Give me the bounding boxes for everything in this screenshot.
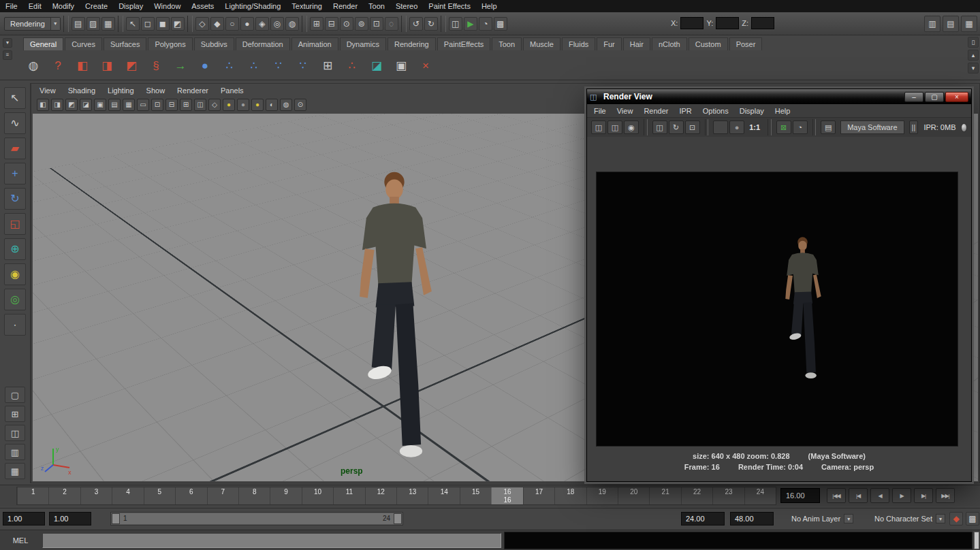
menu-item[interactable]: Texturing [286, 0, 328, 12]
command-input[interactable] [42, 533, 501, 548]
minimize-button[interactable]: – [904, 92, 923, 102]
shelf-tab[interactable]: Surfaces [104, 37, 146, 50]
shaded-mode-icon[interactable]: ● [223, 99, 235, 111]
four-pane-layout-icon[interactable]: ⊞ [5, 406, 25, 422]
field-chart-icon[interactable]: ⊞ [180, 99, 192, 111]
select-by-dynamics-icon[interactable]: ◎ [270, 17, 284, 31]
timeline-frame[interactable]: 4 [112, 487, 143, 504]
xray-toggle-icon[interactable]: ◍ [280, 99, 292, 111]
paint-effects-icon[interactable]: § [146, 55, 166, 76]
shelf-tab[interactable]: Fur [597, 37, 622, 50]
timeline-frame[interactable]: 11 [333, 487, 364, 504]
rotate-tool-icon[interactable]: ↻ [4, 188, 26, 210]
open-render-view-icon[interactable]: ◫ [449, 17, 462, 31]
renderer-selector[interactable]: Maya Software [840, 120, 904, 134]
playback-end-field[interactable]: 24.00 [681, 512, 725, 525]
camera-aim-up-icon[interactable]: ◩ [121, 55, 142, 76]
help-icon[interactable]: ? [48, 55, 68, 76]
y-input[interactable] [716, 17, 739, 29]
camera-attributes-icon[interactable]: ◨ [51, 99, 63, 111]
timeline-frame[interactable]: 3 [80, 487, 112, 504]
timeline-frame[interactable]: 14 [428, 487, 459, 504]
snapshot-icon[interactable]: ◉ [624, 120, 639, 134]
character-set-selector[interactable]: No Character Set ▾ [874, 512, 945, 525]
sphere-icon[interactable]: ● [195, 55, 215, 76]
section-divider[interactable] [118, 16, 123, 32]
shelf-tab[interactable]: Custom [689, 37, 728, 50]
viewport-menu-item[interactable]: View [39, 84, 56, 97]
menu-item[interactable]: Lighting/Shading [219, 0, 286, 12]
shelf-tab[interactable]: Dynamics [340, 37, 386, 50]
image-plane-icon[interactable]: ◪ [80, 99, 92, 111]
new-scene-icon[interactable]: ▤ [72, 17, 85, 31]
snap-to-projected-center-icon[interactable]: ⊚ [355, 17, 368, 31]
render-view-titlebar[interactable]: ◫ Render View – ▢ × [587, 89, 971, 104]
camera-aim-icon[interactable]: ◨ [97, 55, 117, 76]
redo-previous-render-icon[interactable]: ◫ [607, 120, 622, 134]
spreadsheet-icon[interactable]: ⊞ [317, 55, 338, 76]
input-connections-icon[interactable]: ↺ [409, 17, 423, 31]
select-by-curves-icon[interactable]: ○ [225, 17, 239, 31]
select-hierarchy-icon[interactable]: ↖ [126, 17, 140, 31]
menu-set-selector[interactable]: Rendering ▾ [4, 17, 61, 31]
node-tree-icon[interactable]: ∵ [293, 55, 313, 76]
menu-item[interactable]: Assets [186, 0, 219, 12]
shelf-tab[interactable]: Hair [623, 37, 650, 50]
render-current-frame-icon[interactable]: ▶ [464, 17, 477, 31]
time-slider[interactable]: 1 2 3 4 5 [16, 487, 776, 505]
alpha-channel-icon[interactable]: ● [729, 120, 744, 134]
shelf-tab[interactable]: Toon [492, 37, 522, 50]
shadows-toggle-icon[interactable]: ◐ [266, 99, 278, 111]
ipr-render-icon[interactable]: ◔ [479, 17, 492, 31]
select-camera-icon[interactable]: ◧ [37, 99, 49, 111]
motion-path-icon[interactable]: → [170, 55, 191, 76]
timeline-frame[interactable]: 1 [17, 487, 48, 504]
timeline-frame[interactable]: 23 [712, 487, 744, 504]
shelf-tab-switch-icon[interactable]: ▾ [3, 38, 12, 48]
snap-to-curves-icon[interactable]: ⊟ [325, 17, 338, 31]
select-tool-icon[interactable]: ↖ [4, 87, 26, 109]
outliner-pane-layout-icon[interactable]: ▥ [5, 444, 25, 460]
section-divider[interactable] [441, 16, 446, 32]
timeline-frame[interactable]: 6 [175, 487, 206, 504]
open-scene-icon[interactable]: ▨ [86, 17, 100, 31]
save-scene-icon[interactable]: ▦ [101, 17, 115, 31]
render-settings-icon[interactable]: ▤ [821, 120, 836, 134]
attribute-editor-toggle-icon[interactable]: ▤ [943, 16, 959, 32]
menu-item[interactable]: Help [476, 0, 503, 12]
timeline-frame[interactable]: 2 [48, 487, 80, 504]
section-divider[interactable] [401, 16, 407, 32]
select-by-surfaces-icon[interactable]: ● [240, 17, 254, 31]
shelf-tab[interactable]: Polygons [148, 37, 192, 50]
timeline-frame[interactable]: 20 [618, 487, 649, 504]
render-settings-icon[interactable]: ▩ [494, 17, 507, 31]
hypergraph-icon[interactable]: ∴ [219, 55, 240, 76]
shelf-tab[interactable]: Muscle [523, 37, 560, 50]
soft-modification-tool-icon[interactable]: ◉ [4, 263, 26, 285]
two-pane-layout-icon[interactable]: ◫ [5, 425, 25, 441]
isolate-select-icon[interactable]: ⊙ [294, 99, 306, 111]
menu-item[interactable]: Create [80, 0, 113, 12]
safe-action-icon[interactable]: ◫ [194, 99, 206, 111]
render-icon[interactable]: ◫ [591, 120, 606, 134]
shelf-tab[interactable]: Poser [729, 37, 763, 50]
universal-manipulator-tool-icon[interactable]: ⊕ [4, 238, 26, 260]
viewport-menu-item[interactable]: Show [146, 84, 165, 97]
menu-item[interactable]: Stereo [390, 0, 423, 12]
paint-select-tool-icon[interactable]: ▰ [4, 138, 26, 159]
display-real-size-icon[interactable]: ⊠ [776, 120, 791, 134]
step-back-one-key-button[interactable]: |◀ [849, 488, 868, 503]
select-component-mode-icon[interactable]: ◼ [156, 17, 170, 31]
timeline-frame[interactable]: 8 [238, 487, 270, 504]
shelf-trash-icon[interactable]: ▯ [968, 37, 979, 48]
select-object-mode-icon[interactable]: ◻ [141, 17, 155, 31]
grease-pencil-icon[interactable]: ▤ [108, 99, 121, 111]
move-tool-icon[interactable]: + [4, 163, 26, 184]
section-divider[interactable] [302, 16, 307, 32]
dag-tree-icon[interactable]: ∵ [268, 55, 289, 76]
render-view-menu-item[interactable]: IPR [679, 105, 691, 117]
maximize-button[interactable]: ▢ [925, 92, 944, 102]
lasso-select-tool-icon[interactable]: ∿ [4, 112, 26, 134]
render-image[interactable] [596, 172, 958, 447]
menu-item[interactable]: File [0, 0, 23, 12]
